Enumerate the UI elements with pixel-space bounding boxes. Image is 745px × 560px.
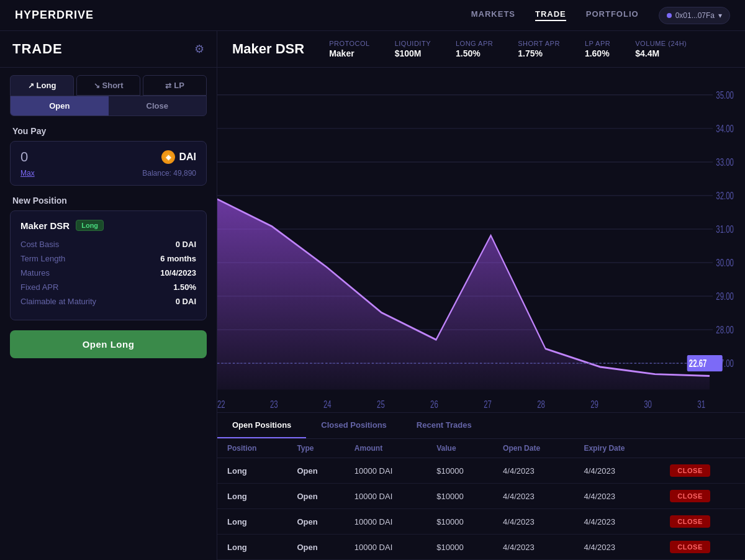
- svg-text:29: 29: [590, 399, 598, 410]
- cell-open-date: 4/4/2023: [493, 509, 574, 535]
- cell-position: Long: [217, 535, 287, 560]
- close-position-button[interactable]: CLOSE: [670, 490, 710, 502]
- term-length-label: Term Length: [20, 254, 65, 263]
- close-position-button[interactable]: CLOSE: [670, 464, 710, 477]
- cell-action[interactable]: CLOSE: [660, 509, 745, 535]
- dai-icon: ◈: [161, 150, 175, 164]
- position-header: Maker DSR Long: [20, 220, 196, 231]
- col-action: [660, 439, 745, 458]
- svg-text:26: 26: [430, 399, 438, 410]
- nav-trade[interactable]: TRADE: [535, 9, 566, 21]
- protocol-label: Protocol: [329, 40, 370, 47]
- short-apr-label: Short APR: [518, 40, 560, 47]
- tab-short[interactable]: ↘ Short: [76, 75, 140, 96]
- table-header: Position Type Amount Value Open Date Exp…: [217, 439, 745, 458]
- col-expiry-date: Expiry Date: [574, 439, 660, 458]
- col-value: Value: [427, 439, 493, 458]
- cell-open-date: 4/4/2023: [493, 458, 574, 484]
- col-open-date: Open Date: [493, 439, 574, 458]
- cell-expiry-date: 4/4/2023: [574, 458, 660, 484]
- cell-type: Open: [287, 484, 344, 509]
- nav-portfolio[interactable]: PORTFOLIO: [586, 9, 639, 21]
- pay-box-row: 0 ◈ DAI: [20, 149, 196, 165]
- pay-max-button[interactable]: Max: [20, 169, 35, 178]
- tab-long[interactable]: ↗ Long: [10, 75, 74, 96]
- pay-balance: Balance: 49,890: [142, 169, 196, 178]
- cell-position: Long: [217, 484, 287, 509]
- stat-volume: Volume (24H) $4.4M: [635, 40, 687, 58]
- long-apr-label: Long APR: [456, 40, 493, 47]
- position-row-apr: Fixed APR 1.50%: [20, 282, 196, 292]
- content-area: Maker DSR Protocol Maker Liquidity $100M…: [217, 31, 745, 560]
- svg-text:30.00: 30.00: [716, 257, 734, 268]
- cell-open-date: 4/4/2023: [493, 484, 574, 509]
- chart-area: 22 23 24 25 26 27 28 29 30 31 35.00 34.0…: [217, 68, 745, 412]
- tab-long-label: Long: [37, 81, 56, 90]
- trade-tabs: ↗ Long ↘ Short ⇄ LP: [0, 68, 217, 96]
- short-apr-value: 1.75%: [518, 48, 560, 58]
- fixed-apr-label: Fixed APR: [20, 282, 58, 292]
- wallet-badge[interactable]: 0x01...07Fa ▾: [659, 7, 730, 24]
- svg-text:28.00: 28.00: [716, 324, 734, 335]
- bottom-section: Open Positions Closed Positions Recent T…: [217, 412, 745, 560]
- nav-markets[interactable]: MARKETS: [471, 9, 515, 21]
- tab-lp[interactable]: ⇄ LP: [143, 75, 207, 96]
- close-position-button[interactable]: CLOSE: [670, 541, 710, 553]
- svg-text:31: 31: [697, 399, 705, 410]
- volume-value: $4.4M: [635, 48, 687, 58]
- cost-basis-value: 0 DAI: [176, 240, 196, 249]
- main-layout: TRADE ⚙ ↗ Long ↘ Short ⇄ LP Open Close Y…: [0, 31, 745, 560]
- settings-icon[interactable]: ⚙: [194, 42, 204, 56]
- cell-value: $10000: [427, 535, 493, 560]
- pay-amount: 0: [20, 149, 28, 165]
- cell-amount: 10000 DAI: [345, 535, 427, 560]
- svg-text:29.00: 29.00: [716, 291, 734, 302]
- protocol-value: Maker: [329, 48, 370, 58]
- cell-amount: 10000 DAI: [345, 509, 427, 535]
- svg-marker-9: [217, 199, 710, 390]
- fixed-apr-value: 1.50%: [173, 282, 196, 292]
- liquidity-value: $100M: [395, 48, 431, 58]
- lp-apr-label: LP APR: [585, 40, 610, 47]
- wallet-address: 0x01...07Fa: [675, 11, 715, 20]
- volume-label: Volume (24H): [635, 40, 687, 47]
- you-pay-label: You Pay: [0, 116, 217, 141]
- pay-meta: Max Balance: 49,890: [20, 169, 196, 178]
- svg-text:22: 22: [217, 399, 225, 410]
- pos-tab-open[interactable]: Open Positions: [217, 413, 306, 438]
- close-position-button[interactable]: CLOSE: [670, 515, 710, 528]
- stat-short-apr: Short APR 1.75%: [518, 40, 560, 58]
- tab-close[interactable]: Close: [109, 96, 207, 115]
- pos-tab-recent[interactable]: Recent Trades: [402, 413, 487, 438]
- table-row: Long Open 10000 DAI $10000 4/4/2023 4/4/…: [217, 535, 745, 560]
- balance-value: 49,890: [173, 169, 196, 178]
- open-long-button[interactable]: Open Long: [10, 330, 207, 358]
- stat-lp-apr: LP APR 1.60%: [585, 40, 610, 58]
- cell-action[interactable]: CLOSE: [660, 484, 745, 509]
- table-row: Long Open 10000 DAI $10000 4/4/2023 4/4/…: [217, 458, 745, 484]
- col-position: Position: [217, 439, 287, 458]
- long-apr-value: 1.50%: [456, 48, 493, 58]
- cell-value: $10000: [427, 509, 493, 535]
- stat-long-apr: Long APR 1.50%: [456, 40, 493, 58]
- wallet-dot: [667, 13, 672, 18]
- short-icon: ↘: [94, 81, 100, 90]
- cell-action[interactable]: CLOSE: [660, 458, 745, 484]
- svg-text:28: 28: [537, 399, 545, 410]
- positions-table: Position Type Amount Value Open Date Exp…: [217, 439, 745, 560]
- lp-icon: ⇄: [165, 81, 171, 90]
- pay-currency: ◈ DAI: [161, 150, 196, 164]
- svg-text:24: 24: [323, 399, 332, 410]
- sidebar-title: TRADE: [12, 41, 63, 57]
- cell-amount: 10000 DAI: [345, 458, 427, 484]
- tab-open[interactable]: Open: [11, 96, 109, 115]
- cell-position: Long: [217, 509, 287, 535]
- cell-type: Open: [287, 535, 344, 560]
- pos-tab-closed[interactable]: Closed Positions: [306, 413, 401, 438]
- nav-links: MARKETS TRADE PORTFOLIO: [471, 9, 639, 21]
- table-row: Long Open 10000 DAI $10000 4/4/2023 4/4/…: [217, 484, 745, 509]
- cell-expiry-date: 4/4/2023: [574, 509, 660, 535]
- position-box: Maker DSR Long Cost Basis 0 DAI Term Len…: [10, 210, 207, 320]
- position-row-term: Term Length 6 months: [20, 254, 196, 263]
- cell-action[interactable]: CLOSE: [660, 535, 745, 560]
